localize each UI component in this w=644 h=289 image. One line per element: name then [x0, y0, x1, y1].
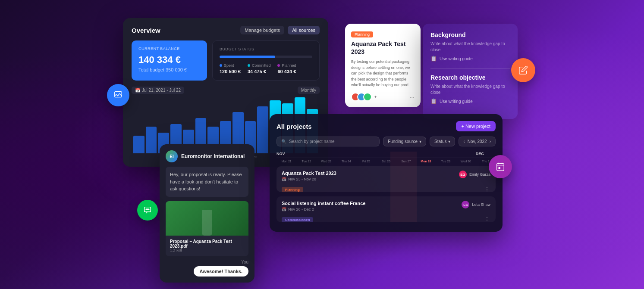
svg-rect-4 — [497, 164, 504, 171]
background-section: Background Write about what the knowledg… — [430, 31, 510, 62]
svg-rect-5 — [499, 168, 500, 169]
research-card: Background Write about what the knowledg… — [423, 24, 518, 119]
timeline-day-7: Mon 28 — [416, 160, 436, 163]
budget-box: BUDGET STATUS Spent 120 500 € Committed — [212, 40, 320, 81]
background-writing-guide[interactable]: 📋 Use writing guide — [430, 56, 510, 62]
total-budget-amount: 350 000 € — [166, 67, 187, 72]
chart-bar-1 — [146, 127, 157, 153]
chat-attachment[interactable]: Proposal – Aquanza Pack Test 2023.pdf 1.… — [166, 201, 248, 256]
planning-badge: Planning — [351, 31, 373, 37]
attachment-name: Proposal – Aquanza Pack Test 2023.pdf — [170, 239, 244, 249]
timeline-day-3: Thu 24 — [336, 160, 356, 163]
new-project-button[interactable]: + New project — [456, 121, 496, 131]
status-label: Status — [434, 139, 446, 144]
project-2-title: Social listening instant coffee France — [282, 201, 365, 206]
guide-label-1: Use writing guide — [440, 56, 473, 61]
next-month-icon[interactable]: › — [490, 139, 491, 144]
chat-card: EI Euromonitor International Hey, our pr… — [160, 144, 254, 283]
bottle-shape — [202, 210, 212, 236]
timeline-day-8: Tue 29 — [436, 160, 456, 163]
timeline-day-6: Sun 27 — [396, 160, 416, 163]
monthly-button[interactable]: Monthly — [298, 87, 320, 94]
project-1-dates: 📅 Nov 23 - Nov 28 — [282, 177, 336, 181]
balance-row: CURRENT BALANCE 140 334 € Total budget 3… — [132, 40, 320, 81]
chat-sender-row: EI Euromonitor International — [166, 150, 248, 162]
assignee-1-name: Emily Garza — [469, 172, 490, 177]
spent-dot — [220, 64, 222, 67]
all-sources-button[interactable]: All sources — [288, 26, 320, 34]
month-nov: NOV — [276, 152, 476, 156]
budget-status-label: BUDGET STATUS — [220, 47, 312, 51]
chart-bar-0 — [133, 136, 145, 153]
projects-header: All projects + New project — [276, 121, 496, 131]
project-search[interactable]: 🔍 Search by project name — [276, 137, 380, 146]
timeline-day-0: Mon 21 — [276, 160, 296, 163]
svg-point-2 — [147, 209, 148, 210]
objective-section: Research objective Write about what the … — [430, 74, 510, 104]
edit-float-button[interactable] — [511, 58, 535, 82]
planned-dot — [277, 64, 280, 67]
total-budget-label: Total budget — [138, 67, 164, 72]
guide-icon-1: 📋 — [430, 56, 437, 62]
overview-header: Overview Manage budgets All sources — [132, 26, 320, 34]
planning-card: Planning Aquanza Pack Test 2023 By testi… — [345, 24, 421, 107]
chat-message: Hey, our proposal is ready. Please have … — [170, 171, 244, 193]
project-1-more-icon[interactable]: ⋮ — [484, 186, 490, 192]
project-row-2: Social listening instant coffee France 📅… — [276, 196, 496, 222]
overview-buttons: Manage budgets All sources — [240, 26, 320, 34]
budget-bar-fill — [220, 56, 275, 58]
attachment-label: Proposal – Aquanza Pack Test 2023.pdf 1.… — [166, 236, 248, 256]
chevron-down-icon-2: ▾ — [448, 139, 450, 144]
more-options-icon[interactable]: ··· — [409, 93, 415, 100]
assignee-2-name: Leta Shaw — [472, 202, 490, 207]
objective-title: Research objective — [430, 74, 510, 81]
planning-description: By testing our potential packaging desig… — [351, 59, 415, 88]
guide-label-2: Use writing guide — [440, 99, 473, 104]
projects-card: All projects + New project 🔍 Search by p… — [270, 114, 503, 232]
avatar-3 — [363, 93, 372, 101]
project-2-status: Commissioned — [282, 217, 313, 222]
project-1-assignee: EG Emily Garza — [459, 171, 490, 178]
project-1-status: Planning — [282, 187, 303, 192]
objective-writing-guide[interactable]: 📋 Use writing guide — [430, 98, 510, 104]
timeline-day-1: Tue 22 — [296, 160, 316, 163]
you-label: You — [166, 260, 248, 264]
prev-month-icon[interactable]: ‹ — [463, 139, 465, 144]
project-row-1: Aquanza Pack Test 2023 📅 Nov 23 - Nov 28… — [276, 166, 496, 192]
funding-source-filter[interactable]: Funding source ▾ — [383, 137, 426, 146]
svg-rect-0 — [115, 92, 122, 97]
month-navigation[interactable]: ‹ Nov, 2022 › — [459, 137, 496, 146]
planning-title: Aquanza Pack Test 2023 — [351, 40, 415, 56]
planned-label: Planned — [282, 63, 296, 68]
calendar-float-button[interactable] — [489, 155, 512, 178]
project-2-assignee: LS Leta Shaw — [462, 201, 490, 208]
committed-dot — [248, 64, 250, 67]
assignee-2-avatar: LS — [462, 201, 469, 208]
timeline-days: Mon 21Tue 22Wed 23Thu 24Fri 25Sat 26Sun … — [276, 160, 496, 163]
background-description: Write about what the knowledge gap to cl… — [430, 41, 510, 53]
date-range: Jul 21, 2021 - Jul 22 — [142, 88, 181, 93]
chart-header: 📅 Jul 21, 2021 - Jul 22 Monthly — [132, 87, 320, 94]
chevron-down-icon: ▾ — [419, 139, 421, 144]
project-2-more-icon[interactable]: ⋮ — [484, 216, 490, 222]
assignee-1-avatar: EG — [459, 171, 467, 178]
search-icon: 🔍 — [281, 139, 286, 144]
projects-title: All projects — [276, 123, 312, 130]
divider — [430, 68, 510, 69]
balance-box: CURRENT BALANCE 140 334 € Total budget 3… — [132, 40, 207, 81]
status-filter[interactable]: Status ▾ — [430, 137, 455, 146]
manage-budgets-button[interactable]: Manage budgets — [240, 26, 284, 34]
attachment-image — [166, 201, 248, 236]
month-dec: DEC — [476, 152, 496, 156]
budget-bar-container — [220, 56, 312, 58]
svg-point-1 — [146, 209, 147, 210]
images-float-button[interactable] — [107, 84, 129, 106]
chat-float-button[interactable] — [137, 200, 158, 221]
project-2-dates: 📅 Nov 26 - Dec 2 — [282, 207, 365, 211]
timeline-container: NOVDEC Mon 21Tue 22Wed 23Thu 24Fri 25Sat… — [276, 152, 496, 222]
sender-avatar: EI — [166, 150, 178, 162]
attachment-size: 1.2 MB — [170, 249, 244, 253]
objective-description: Write about what the knowledge gap to cl… — [430, 84, 510, 96]
project-1-title: Aquanza Pack Test 2023 — [282, 171, 336, 176]
background-title: Background — [430, 31, 510, 38]
